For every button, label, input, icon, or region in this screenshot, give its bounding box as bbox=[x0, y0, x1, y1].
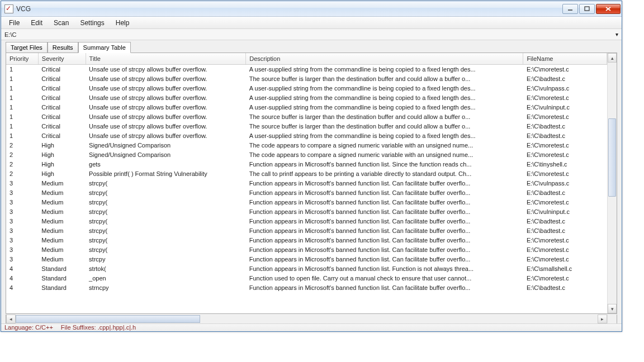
horizontal-scrollbar[interactable]: ◂ ▸ bbox=[6, 315, 617, 324]
cell-filename: E:\C\vulninput.c bbox=[523, 207, 607, 216]
table-row[interactable]: 1CriticalUnsafe use of strcpy allows buf… bbox=[6, 93, 607, 102]
cell-severity: Medium bbox=[38, 216, 86, 226]
hscroll-track[interactable] bbox=[16, 315, 598, 323]
table-row[interactable]: 2HighSigned/Unsigned ComparisonThe code … bbox=[6, 140, 607, 150]
cell-description: Function appears in Microsoft's banned f… bbox=[246, 216, 523, 226]
table-row[interactable]: 4Standard_openFunction used to open file… bbox=[6, 273, 607, 283]
col-severity[interactable]: Severity bbox=[38, 53, 86, 64]
table-row[interactable]: 3Mediumstrcpy(Function appears in Micros… bbox=[6, 235, 607, 245]
cell-description: A user-supplied string from the commandl… bbox=[246, 131, 523, 140]
cell-description: A user-supplied string from the commandl… bbox=[246, 64, 523, 74]
table-row[interactable]: 3Mediumstrcpy(Function appears in Micros… bbox=[6, 178, 607, 188]
table-row[interactable]: 2HighPossible printf( ) Format String Vu… bbox=[6, 169, 607, 178]
menu-file[interactable]: File bbox=[3, 18, 25, 28]
table-row[interactable]: 3Mediumstrcpy(Function appears in Micros… bbox=[6, 226, 607, 235]
cell-severity: Critical bbox=[38, 93, 86, 102]
table-header-row: Priority Severity Title Description File… bbox=[6, 53, 607, 64]
scroll-track[interactable] bbox=[608, 63, 617, 304]
scroll-up-arrow-icon[interactable]: ▴ bbox=[608, 53, 617, 63]
cell-severity: Critical bbox=[38, 74, 86, 83]
scroll-right-arrow-icon[interactable]: ▸ bbox=[598, 315, 607, 323]
table-row[interactable]: 3Mediumstrcpy(Function appears in Micros… bbox=[6, 188, 607, 197]
cell-priority: 3 bbox=[6, 188, 38, 197]
cell-filename: E:\C\smallshell.c bbox=[523, 264, 607, 273]
cell-priority: 3 bbox=[6, 207, 38, 216]
cell-priority: 2 bbox=[6, 159, 38, 169]
cell-filename: E:\C\moretest.c bbox=[523, 197, 607, 207]
cell-title: strcpy( bbox=[86, 216, 246, 226]
table-row[interactable]: 1CriticalUnsafe use of strcpy allows buf… bbox=[6, 74, 607, 83]
cell-title: _open bbox=[86, 273, 246, 283]
cell-description: Function appears in Microsoft's banned f… bbox=[246, 188, 523, 197]
cell-severity: Medium bbox=[38, 254, 86, 264]
cell-title: strcpy( bbox=[86, 235, 246, 245]
table-row[interactable]: 3Mediumstrcpy(Function appears in Micros… bbox=[6, 245, 607, 254]
cell-severity: Medium bbox=[38, 207, 86, 216]
table-row[interactable]: 4Standardstrtok(Function appears in Micr… bbox=[6, 264, 607, 273]
table-row[interactable]: 3Mediumstrcpy(Function appears in Micros… bbox=[6, 197, 607, 207]
scroll-left-arrow-icon[interactable]: ◂ bbox=[6, 315, 16, 323]
table-row[interactable]: 2HighSigned/Unsigned ComparisonThe code … bbox=[6, 150, 607, 159]
cell-filename: E:\C\vulnpass.c bbox=[523, 83, 607, 93]
status-language: Language: C/C++ bbox=[4, 324, 53, 331]
cell-filename: E:\C\moretest.c bbox=[523, 245, 607, 254]
menu-help[interactable]: Help bbox=[110, 18, 135, 28]
menu-settings[interactable]: Settings bbox=[74, 18, 110, 28]
cell-priority: 4 bbox=[6, 273, 38, 283]
cell-priority: 1 bbox=[6, 121, 38, 131]
app-icon bbox=[4, 4, 13, 13]
cell-severity: Medium bbox=[38, 226, 86, 235]
cell-filename: E:\C\badtest.c bbox=[523, 188, 607, 197]
col-title[interactable]: Title bbox=[86, 53, 246, 64]
table-row[interactable]: 1CriticalUnsafe use of strcpy allows buf… bbox=[6, 131, 607, 140]
cell-description: Function appears in Microsoft's banned f… bbox=[246, 245, 523, 254]
vertical-scrollbar[interactable]: ▴ ▾ bbox=[607, 53, 617, 313]
col-priority[interactable]: Priority bbox=[6, 53, 38, 64]
table-row[interactable]: 1CriticalUnsafe use of strcpy allows buf… bbox=[6, 83, 607, 93]
tab-target-files[interactable]: Target Files bbox=[6, 42, 48, 53]
table-row[interactable]: 1CriticalUnsafe use of strcpy allows buf… bbox=[6, 121, 607, 131]
col-filename[interactable]: FileName bbox=[523, 53, 607, 64]
cell-priority: 2 bbox=[6, 150, 38, 159]
table-row[interactable]: 3Mediumstrcpy(Function appears in Micros… bbox=[6, 216, 607, 226]
titlebar[interactable]: VCG bbox=[1, 1, 622, 17]
close-button[interactable] bbox=[596, 4, 621, 14]
table-row[interactable]: 4StandardstrncpyFunction appears in Micr… bbox=[6, 283, 607, 292]
scroll-thumb[interactable] bbox=[608, 118, 616, 197]
maximize-button[interactable] bbox=[579, 4, 595, 14]
tabbar: Target Files Results Summary Table bbox=[1, 40, 622, 53]
col-description[interactable]: Description bbox=[246, 53, 523, 64]
table-row[interactable]: 1CriticalUnsafe use of strcpy allows buf… bbox=[6, 102, 607, 112]
menu-scan[interactable]: Scan bbox=[48, 18, 74, 28]
hscroll-thumb[interactable] bbox=[16, 315, 200, 323]
table-row[interactable]: 3Mediumstrcpy(Function appears in Micros… bbox=[6, 207, 607, 216]
cell-severity: Critical bbox=[38, 83, 86, 93]
cell-title: strcpy bbox=[86, 254, 246, 264]
path-dropdown[interactable]: E:\C ▾ bbox=[1, 29, 622, 40]
cell-filename: E:\C\badtest.c bbox=[523, 283, 607, 292]
cell-filename: E:\C\vulnpass.c bbox=[523, 178, 607, 188]
table-row[interactable]: 1CriticalUnsafe use of strcpy allows buf… bbox=[6, 112, 607, 121]
cell-description: The source buffer is larger than the des… bbox=[246, 112, 523, 121]
cell-severity: High bbox=[38, 150, 86, 159]
tab-summary-table[interactable]: Summary Table bbox=[78, 42, 131, 53]
scroll-down-arrow-icon[interactable]: ▾ bbox=[608, 304, 617, 313]
table-row[interactable]: 2HighgetsFunction appears in Microsoft's… bbox=[6, 159, 607, 169]
svg-rect-1 bbox=[585, 7, 589, 11]
cell-title: strcpy( bbox=[86, 178, 246, 188]
cell-severity: Medium bbox=[38, 188, 86, 197]
tab-results[interactable]: Results bbox=[48, 42, 78, 53]
table-row[interactable]: 3MediumstrcpyFunction appears in Microso… bbox=[6, 254, 607, 264]
cell-title: Unsafe use of strcpy allows buffer overf… bbox=[86, 131, 246, 140]
summary-table[interactable]: Priority Severity Title Description File… bbox=[6, 53, 607, 292]
cell-filename: E:\C\moretest.c bbox=[523, 140, 607, 150]
minimize-button[interactable] bbox=[562, 4, 578, 14]
cell-filename: E:\C\badtest.c bbox=[523, 74, 607, 83]
table-row[interactable]: 1CriticalUnsafe use of strcpy allows buf… bbox=[6, 64, 607, 74]
menu-edit[interactable]: Edit bbox=[25, 18, 48, 28]
cell-description: Function appears in Microsoft's banned f… bbox=[246, 226, 523, 235]
cell-filename: E:\C\moretest.c bbox=[523, 235, 607, 245]
cell-priority: 1 bbox=[6, 112, 38, 121]
cell-filename: E:\C\moretest.c bbox=[523, 273, 607, 283]
cell-filename: E:\C\moretest.c bbox=[523, 112, 607, 121]
